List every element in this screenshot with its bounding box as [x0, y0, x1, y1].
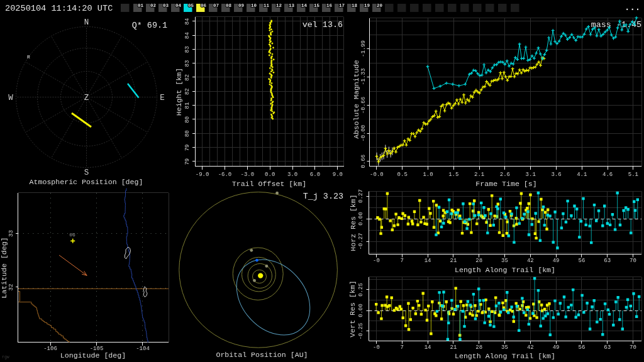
svg-text:3.0: 3.0 [287, 172, 297, 178]
svg-text:70: 70 [630, 344, 636, 351]
svg-text:-6.0: -6.0 [218, 172, 232, 178]
svg-text:W: W [8, 94, 13, 102]
svg-text:R: R [27, 54, 30, 60]
svg-text:-3.0: -3.0 [241, 172, 255, 178]
svg-text:Trail Offset [km]: Trail Offset [km] [232, 180, 306, 188]
svg-text:-106: -106 [43, 346, 57, 352]
svg-text:42: 42 [527, 344, 534, 351]
svg-text:N: N [84, 18, 89, 27]
svg-text:Height [km]: Height [km] [175, 68, 183, 116]
svg-text:4.6: 4.6 [602, 172, 613, 178]
svg-text:0.00: 0.00 [358, 304, 364, 317]
svg-text:06: 06 [69, 232, 75, 238]
svg-text:28: 28 [475, 258, 482, 264]
svg-text:14: 14 [425, 344, 431, 351]
svg-text:80: 80 [184, 116, 191, 123]
svg-text:Vert Res [km]: Vert Res [km] [349, 280, 357, 337]
svg-text:6.0: 6.0 [310, 172, 320, 178]
svg-text:84: 84 [184, 32, 191, 39]
svg-text:-0: -0 [373, 258, 380, 264]
svg-text:05: 05 [188, 3, 194, 8]
svg-text:7: 7 [401, 258, 404, 264]
svg-text:18: 18 [352, 3, 358, 8]
svg-text:-1.33: -1.33 [360, 69, 367, 85]
svg-text:14: 14 [301, 3, 308, 8]
svg-text:0.00: 0.00 [358, 212, 364, 226]
svg-text:3.6: 3.6 [551, 172, 561, 178]
svg-text:9.0: 9.0 [333, 172, 343, 178]
svg-text:15: 15 [314, 3, 320, 8]
svg-text:01: 01 [138, 3, 144, 8]
svg-text:rgw: rgw [2, 355, 9, 359]
svg-text:0.27: 0.27 [358, 189, 364, 203]
svg-text:80: 80 [184, 130, 191, 137]
svg-text:56: 56 [578, 344, 585, 351]
svg-text:12: 12 [276, 3, 282, 8]
svg-text:T_j 3.23: T_j 3.23 [303, 192, 343, 201]
svg-text:33: 33 [8, 230, 14, 237]
svg-text:Absolute Magnitude: Absolute Magnitude [352, 60, 360, 138]
svg-text:42: 42 [527, 258, 534, 264]
svg-text:63: 63 [604, 344, 611, 351]
svg-text:08: 08 [226, 3, 232, 8]
svg-text:E: E [160, 94, 165, 102]
svg-text:7: 7 [401, 344, 404, 351]
svg-text:Length Along Trail [km]: Length Along Trail [km] [455, 266, 555, 274]
svg-text:-0: -0 [373, 344, 380, 351]
svg-text:35: 35 [501, 344, 508, 351]
svg-text:19: 19 [364, 3, 370, 8]
svg-text:03: 03 [163, 3, 169, 8]
svg-text:1.0: 1.0 [423, 172, 433, 178]
svg-text:-0.66: -0.66 [360, 97, 367, 114]
svg-text:3.1: 3.1 [526, 172, 536, 178]
svg-text:13: 13 [289, 3, 295, 8]
svg-text:82: 82 [184, 74, 191, 81]
svg-text:Length Along Trail [km]: Length Along Trail [km] [455, 352, 555, 360]
svg-text:20: 20 [377, 3, 383, 8]
svg-text:35: 35 [501, 258, 508, 264]
svg-text:-0.00: -0.00 [360, 124, 367, 141]
svg-text:-9.0: -9.0 [196, 172, 209, 178]
svg-text:-104: -104 [136, 346, 150, 352]
svg-text:06: 06 [201, 3, 207, 8]
svg-text:Horz Res [km]: Horz Res [km] [349, 194, 357, 251]
svg-text:Frame Time [s]: Frame Time [s] [475, 180, 536, 188]
svg-text:Q* 69.1: Q* 69.1 [132, 21, 167, 30]
svg-text:79: 79 [184, 158, 191, 165]
svg-text:0.66: 0.66 [360, 155, 367, 168]
svg-text:14: 14 [425, 258, 431, 264]
svg-text:84: 84 [184, 18, 191, 25]
svg-text:02: 02 [150, 3, 157, 8]
svg-text:20250104 11:14:20 UTC: 20250104 11:14:20 UTC [5, 4, 113, 13]
svg-text:11: 11 [264, 3, 270, 8]
svg-text:63: 63 [604, 258, 611, 264]
svg-text:81: 81 [184, 102, 191, 109]
svg-text:82: 82 [184, 88, 191, 95]
svg-text:83: 83 [184, 60, 191, 67]
svg-text:56: 56 [578, 258, 585, 264]
svg-text:vel 13.6: vel 13.6 [303, 20, 343, 30]
svg-text:09: 09 [238, 3, 245, 8]
svg-text:2.1: 2.1 [474, 172, 484, 178]
svg-text:Z: Z [84, 94, 89, 102]
svg-text:0.5: 0.5 [397, 172, 408, 178]
svg-text:16: 16 [326, 3, 333, 8]
svg-text:21: 21 [450, 344, 457, 351]
svg-text:4.1: 4.1 [577, 172, 587, 178]
svg-text:5.1: 5.1 [628, 172, 638, 178]
svg-text:S: S [84, 168, 89, 177]
svg-text:Atmospheric Position [deg]: Atmospheric Position [deg] [30, 178, 143, 186]
svg-text:0.25: 0.25 [358, 283, 364, 297]
svg-text:17: 17 [339, 3, 345, 8]
svg-text:-1.99: -1.99 [360, 40, 367, 57]
svg-text:-0.0: -0.0 [370, 172, 384, 178]
svg-text:49: 49 [553, 344, 560, 351]
svg-text:0.0: 0.0 [265, 172, 275, 178]
svg-text:1.5: 1.5 [448, 172, 458, 178]
svg-text:83: 83 [184, 46, 191, 53]
svg-text:...: ... [625, 3, 640, 13]
svg-text:49: 49 [553, 258, 560, 264]
svg-text:07: 07 [213, 3, 219, 8]
svg-text:32: 32 [8, 284, 14, 291]
svg-text:-0.25: -0.25 [358, 322, 364, 339]
